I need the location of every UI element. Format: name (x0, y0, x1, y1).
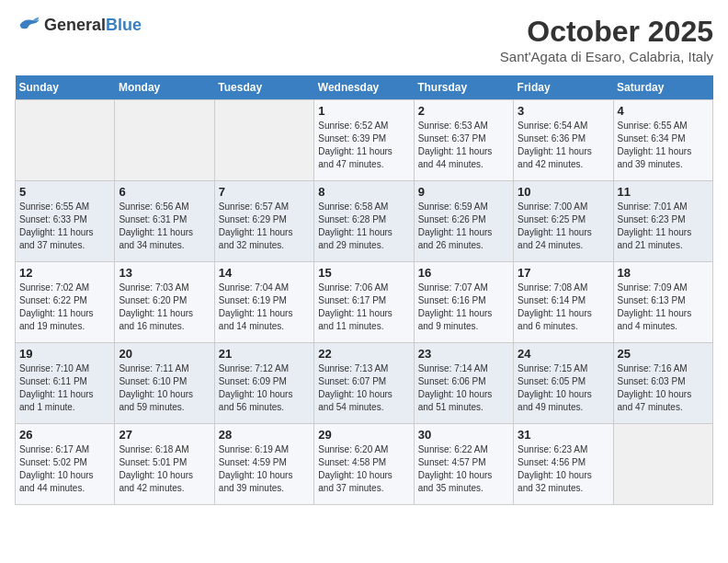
month-title: October 2025 (500, 15, 713, 49)
calendar-cell: 5Sunrise: 6:55 AM Sunset: 6:33 PM Daylig… (16, 181, 115, 262)
weekday-header: Tuesday (214, 75, 313, 100)
day-info: Sunrise: 6:22 AM Sunset: 4:57 PM Dayligh… (418, 443, 509, 495)
day-info: Sunrise: 7:09 AM Sunset: 6:13 PM Dayligh… (618, 282, 709, 333)
calendar-cell (16, 100, 115, 181)
calendar-cell: 19Sunrise: 7:10 AM Sunset: 6:11 PM Dayli… (16, 343, 115, 424)
calendar-cell: 2Sunrise: 6:53 AM Sunset: 6:37 PM Daylig… (414, 100, 513, 181)
calendar-cell: 3Sunrise: 6:54 AM Sunset: 6:36 PM Daylig… (514, 100, 613, 181)
day-info: Sunrise: 6:17 AM Sunset: 5:02 PM Dayligh… (19, 443, 110, 495)
calendar-week-row: 5Sunrise: 6:55 AM Sunset: 6:33 PM Daylig… (16, 181, 713, 262)
calendar-cell: 27Sunrise: 6:18 AM Sunset: 5:01 PM Dayli… (115, 424, 214, 505)
day-info: Sunrise: 7:11 AM Sunset: 6:10 PM Dayligh… (119, 362, 210, 414)
day-number: 27 (119, 428, 210, 442)
calendar-cell: 29Sunrise: 6:20 AM Sunset: 4:58 PM Dayli… (314, 424, 414, 505)
day-number: 8 (318, 185, 409, 199)
day-info: Sunrise: 7:08 AM Sunset: 6:14 PM Dayligh… (518, 282, 609, 333)
day-info: Sunrise: 7:00 AM Sunset: 6:25 PM Dayligh… (518, 201, 609, 252)
page-header: GeneralBlue October 2025 Sant'Agata di E… (15, 15, 713, 64)
day-info: Sunrise: 6:59 AM Sunset: 6:26 PM Dayligh… (418, 201, 509, 252)
day-number: 14 (219, 266, 310, 280)
calendar-cell: 23Sunrise: 7:14 AM Sunset: 6:06 PM Dayli… (414, 343, 513, 424)
day-info: Sunrise: 7:13 AM Sunset: 6:07 PM Dayligh… (318, 362, 409, 414)
day-number: 23 (418, 347, 509, 361)
day-info: Sunrise: 6:52 AM Sunset: 6:39 PM Dayligh… (318, 120, 409, 171)
day-number: 18 (618, 266, 709, 280)
day-number: 10 (518, 185, 609, 199)
calendar-cell: 8Sunrise: 6:58 AM Sunset: 6:28 PM Daylig… (314, 181, 414, 262)
calendar-week-row: 19Sunrise: 7:10 AM Sunset: 6:11 PM Dayli… (16, 343, 713, 424)
calendar-cell: 7Sunrise: 6:57 AM Sunset: 6:29 PM Daylig… (214, 181, 313, 262)
calendar-week-row: 12Sunrise: 7:02 AM Sunset: 6:22 PM Dayli… (16, 262, 713, 343)
day-info: Sunrise: 7:01 AM Sunset: 6:23 PM Dayligh… (618, 201, 709, 252)
day-number: 19 (19, 347, 110, 361)
location-title: Sant'Agata di Esaro, Calabria, Italy (500, 49, 713, 64)
logo: GeneralBlue (15, 15, 142, 35)
day-info: Sunrise: 7:07 AM Sunset: 6:16 PM Dayligh… (418, 282, 509, 333)
calendar-cell: 20Sunrise: 7:11 AM Sunset: 6:10 PM Dayli… (115, 343, 214, 424)
day-number: 1 (318, 104, 409, 118)
day-info: Sunrise: 7:14 AM Sunset: 6:06 PM Dayligh… (418, 362, 509, 414)
calendar-cell: 15Sunrise: 7:06 AM Sunset: 6:17 PM Dayli… (314, 262, 414, 343)
calendar-cell: 24Sunrise: 7:15 AM Sunset: 6:05 PM Dayli… (514, 343, 613, 424)
calendar-cell: 28Sunrise: 6:19 AM Sunset: 4:59 PM Dayli… (214, 424, 313, 505)
day-number: 17 (518, 266, 609, 280)
calendar-cell (613, 424, 712, 505)
day-info: Sunrise: 7:16 AM Sunset: 6:03 PM Dayligh… (618, 362, 709, 414)
day-info: Sunrise: 7:10 AM Sunset: 6:11 PM Dayligh… (19, 362, 110, 414)
day-number: 4 (618, 104, 709, 118)
day-info: Sunrise: 7:04 AM Sunset: 6:19 PM Dayligh… (219, 282, 310, 333)
calendar-cell: 30Sunrise: 6:22 AM Sunset: 4:57 PM Dayli… (414, 424, 513, 505)
calendar-cell: 12Sunrise: 7:02 AM Sunset: 6:22 PM Dayli… (16, 262, 115, 343)
day-info: Sunrise: 6:55 AM Sunset: 6:34 PM Dayligh… (618, 120, 709, 171)
day-info: Sunrise: 6:53 AM Sunset: 6:37 PM Dayligh… (418, 120, 509, 171)
calendar-cell: 14Sunrise: 7:04 AM Sunset: 6:19 PM Dayli… (214, 262, 313, 343)
day-number: 20 (119, 347, 210, 361)
day-info: Sunrise: 7:06 AM Sunset: 6:17 PM Dayligh… (318, 282, 409, 333)
day-info: Sunrise: 6:19 AM Sunset: 4:59 PM Dayligh… (219, 443, 310, 495)
day-info: Sunrise: 6:57 AM Sunset: 6:29 PM Dayligh… (219, 201, 310, 252)
logo-bird-icon (15, 15, 40, 35)
day-number: 5 (19, 185, 110, 199)
calendar-cell: 17Sunrise: 7:08 AM Sunset: 6:14 PM Dayli… (514, 262, 613, 343)
day-info: Sunrise: 6:54 AM Sunset: 6:36 PM Dayligh… (518, 120, 609, 171)
weekday-header: Monday (115, 75, 214, 100)
day-number: 7 (219, 185, 310, 199)
day-number: 24 (518, 347, 609, 361)
day-number: 31 (518, 428, 609, 442)
calendar-cell: 9Sunrise: 6:59 AM Sunset: 6:26 PM Daylig… (414, 181, 513, 262)
calendar-cell: 1Sunrise: 6:52 AM Sunset: 6:39 PM Daylig… (314, 100, 414, 181)
calendar-cell: 16Sunrise: 7:07 AM Sunset: 6:16 PM Dayli… (414, 262, 513, 343)
weekday-header: Wednesday (314, 75, 414, 100)
day-number: 29 (318, 428, 409, 442)
day-number: 12 (19, 266, 110, 280)
title-section: October 2025 Sant'Agata di Esaro, Calabr… (500, 15, 713, 64)
calendar-cell: 4Sunrise: 6:55 AM Sunset: 6:34 PM Daylig… (613, 100, 712, 181)
weekday-header: Thursday (414, 75, 513, 100)
day-info: Sunrise: 7:03 AM Sunset: 6:20 PM Dayligh… (119, 282, 210, 333)
calendar-cell: 18Sunrise: 7:09 AM Sunset: 6:13 PM Dayli… (613, 262, 712, 343)
calendar-week-row: 26Sunrise: 6:17 AM Sunset: 5:02 PM Dayli… (16, 424, 713, 505)
calendar-cell: 22Sunrise: 7:13 AM Sunset: 6:07 PM Dayli… (314, 343, 414, 424)
calendar-cell: 26Sunrise: 6:17 AM Sunset: 5:02 PM Dayli… (16, 424, 115, 505)
day-number: 15 (318, 266, 409, 280)
day-number: 3 (518, 104, 609, 118)
day-number: 25 (618, 347, 709, 361)
calendar-cell: 21Sunrise: 7:12 AM Sunset: 6:09 PM Dayli… (214, 343, 313, 424)
day-number: 2 (418, 104, 509, 118)
calendar-cell (115, 100, 214, 181)
calendar-cell: 13Sunrise: 7:03 AM Sunset: 6:20 PM Dayli… (115, 262, 214, 343)
weekday-header: Saturday (613, 75, 712, 100)
day-info: Sunrise: 6:58 AM Sunset: 6:28 PM Dayligh… (318, 201, 409, 252)
weekday-header-row: SundayMondayTuesdayWednesdayThursdayFrid… (16, 75, 713, 100)
day-number: 26 (19, 428, 110, 442)
calendar-cell: 11Sunrise: 7:01 AM Sunset: 6:23 PM Dayli… (613, 181, 712, 262)
calendar-cell (214, 100, 313, 181)
calendar-cell: 6Sunrise: 6:56 AM Sunset: 6:31 PM Daylig… (115, 181, 214, 262)
day-info: Sunrise: 7:02 AM Sunset: 6:22 PM Dayligh… (19, 282, 110, 333)
day-info: Sunrise: 7:12 AM Sunset: 6:09 PM Dayligh… (219, 362, 310, 414)
day-info: Sunrise: 6:20 AM Sunset: 4:58 PM Dayligh… (318, 443, 409, 495)
day-number: 13 (119, 266, 210, 280)
weekday-header: Sunday (16, 75, 115, 100)
day-info: Sunrise: 6:23 AM Sunset: 4:56 PM Dayligh… (518, 443, 609, 495)
day-info: Sunrise: 6:18 AM Sunset: 5:01 PM Dayligh… (119, 443, 210, 495)
